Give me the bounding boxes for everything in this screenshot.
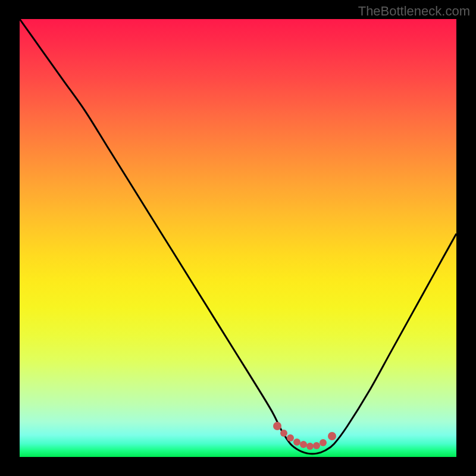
chart-marker	[328, 432, 336, 440]
watermark-text: TheBottleneck.com	[358, 4, 470, 19]
chart-marker	[280, 430, 287, 437]
bottleneck-curve	[20, 19, 456, 454]
chart-plot-area	[20, 19, 456, 457]
chart-curve-layer	[20, 19, 456, 457]
